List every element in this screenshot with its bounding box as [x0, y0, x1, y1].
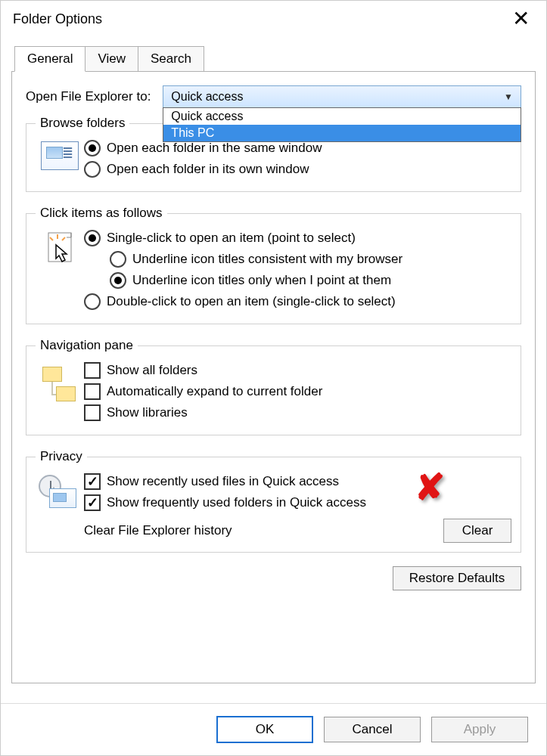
radio-underline-browser[interactable] [110, 251, 126, 268]
radio-underline-point[interactable] [110, 272, 126, 289]
dialog-footer: OK Cancel Apply [1, 704, 546, 755]
group-privacy: Privacy Show recently used files in Quic… [26, 449, 521, 553]
check-show-libraries[interactable] [84, 404, 101, 421]
clear-button[interactable]: Clear [443, 519, 511, 543]
combo-option-quick-access[interactable]: Quick access [163, 108, 521, 125]
label-auto-expand: Automatically expand to current folder [107, 384, 322, 399]
label-own-window: Open each folder in its own window [107, 162, 309, 177]
open-explorer-combo[interactable]: Quick access ▼ Quick access This PC [163, 85, 521, 108]
privacy-icon [36, 472, 84, 511]
legend-browse: Browse folders [36, 116, 129, 131]
tab-panel-general: Open File Explorer to: Quick access ▼ Qu… [11, 71, 536, 683]
navigation-tree-icon [36, 361, 84, 409]
legend-nav: Navigation pane [36, 338, 138, 353]
combo-option-this-pc[interactable]: This PC [163, 125, 521, 141]
cancel-button[interactable]: Cancel [324, 717, 421, 742]
label-same-window: Open each folder in the same window [107, 141, 322, 156]
check-frequent-folders[interactable] [84, 494, 101, 511]
radio-same-window[interactable] [84, 140, 101, 156]
open-explorer-row: Open File Explorer to: Quick access ▼ Qu… [26, 85, 521, 108]
label-frequent-folders: Show frequently used folders in Quick ac… [107, 495, 366, 510]
label-single-click: Single-click to open an item (point to s… [107, 231, 356, 246]
combo-dropdown-list: Quick access This PC [163, 107, 521, 142]
label-double-click: Double-click to open an item (single-cli… [107, 294, 396, 309]
tab-search[interactable]: Search [138, 46, 204, 72]
click-icon [36, 228, 84, 266]
radio-double-click[interactable] [84, 293, 101, 310]
tab-view[interactable]: View [85, 46, 138, 72]
legend-click: Click items as follows [36, 206, 167, 221]
open-explorer-label: Open File Explorer to: [26, 89, 151, 104]
chevron-down-icon: ▼ [504, 91, 513, 102]
check-show-all-folders[interactable] [84, 362, 101, 379]
check-recent-files[interactable] [84, 473, 101, 490]
titlebar: Folder Options ✕ [1, 1, 546, 34]
folder-options-window: Folder Options ✕ General View Search Ope… [0, 0, 547, 756]
group-click-items: Click items as follows [26, 206, 521, 324]
label-recent-files: Show recently used files in Quick access [107, 474, 339, 489]
label-show-all-folders: Show all folders [107, 363, 197, 378]
label-show-libraries: Show libraries [107, 405, 188, 420]
tabstrip: General View Search [14, 46, 546, 72]
ok-button[interactable]: OK [216, 716, 313, 743]
restore-defaults-button[interactable]: Restore Defaults [393, 566, 521, 590]
close-icon[interactable]: ✕ [505, 7, 537, 31]
tab-general[interactable]: General [14, 46, 85, 72]
browse-folders-icon [36, 138, 84, 170]
window-title: Folder Options [13, 11, 102, 27]
combo-selected-text: Quick access [171, 90, 243, 104]
group-navigation-pane: Navigation pane Show all folders [26, 338, 521, 435]
label-clear-history: Clear File Explorer history [84, 523, 232, 538]
legend-privacy: Privacy [36, 449, 87, 464]
combo-selected[interactable]: Quick access ▼ [163, 85, 521, 108]
radio-own-window[interactable] [84, 161, 101, 178]
radio-single-click[interactable] [84, 230, 101, 246]
check-auto-expand[interactable] [84, 383, 101, 400]
label-underline-browser: Underline icon titles consistent with my… [132, 252, 402, 267]
apply-button[interactable]: Apply [431, 717, 528, 742]
label-underline-point: Underline icon titles only when I point … [132, 273, 391, 288]
